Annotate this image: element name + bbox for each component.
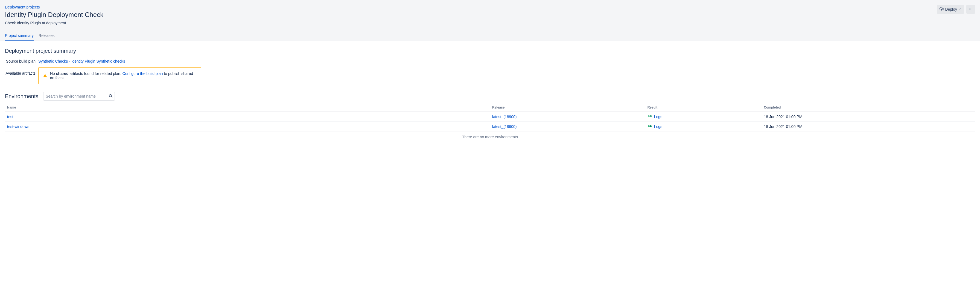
release-link[interactable]: latest_(18900) <box>492 124 517 129</box>
source-plan-project-link[interactable]: Synthetic Checks <box>38 59 68 64</box>
ellipsis-icon <box>969 7 973 12</box>
environment-name-link[interactable]: test <box>7 115 13 119</box>
tabs: Project summary Releases <box>5 31 975 41</box>
page-description: Check Identity Plugin at deployment <box>5 21 975 25</box>
breadcrumb-separator: › <box>68 59 71 64</box>
warning-text-mid: artifacts found for related plan. <box>68 72 123 76</box>
environments-heading: Environments <box>5 93 38 100</box>
warning-icon <box>43 73 47 78</box>
summary-heading: Deployment project summary <box>5 48 975 54</box>
completed-time: 18 Jun 2021 01:00 PM <box>762 112 975 122</box>
deploy-button[interactable]: Deploy <box>937 5 964 14</box>
deploy-cloud-icon <box>940 7 944 12</box>
warning-text-bold: shared <box>56 72 68 76</box>
col-header-name: Name <box>5 103 490 112</box>
configure-build-plan-link[interactable]: Configure the build plan <box>123 72 163 76</box>
release-link[interactable]: latest_(18900) <box>492 115 517 119</box>
source-plan-link[interactable]: Identity Plugin Synthetic checks <box>72 59 125 64</box>
search-icon <box>108 94 113 99</box>
tab-project-summary[interactable]: Project summary <box>5 31 33 41</box>
svg-point-1 <box>970 8 971 9</box>
col-header-result: Result <box>645 103 762 112</box>
svg-point-0 <box>969 8 970 9</box>
more-actions-button[interactable] <box>966 5 975 14</box>
deploy-button-label: Deploy <box>945 7 957 11</box>
tab-releases[interactable]: Releases <box>38 31 54 41</box>
logs-link[interactable]: Logs <box>654 124 662 129</box>
completed-time: 18 Jun 2021 01:00 PM <box>762 122 975 132</box>
col-header-release: Release <box>490 103 645 112</box>
warning-text: No shared artifacts found for related pl… <box>50 72 197 80</box>
svg-rect-4 <box>45 76 45 77</box>
svg-line-6 <box>111 97 112 97</box>
artifacts-warning: No shared artifacts found for related pl… <box>38 67 201 84</box>
chevron-down-icon <box>958 7 961 11</box>
environment-search-input[interactable] <box>43 92 115 100</box>
warning-text-prefix: No <box>50 72 56 76</box>
svg-point-2 <box>972 8 972 9</box>
no-more-environments: There are no more environments <box>5 132 975 142</box>
available-artifacts-label: Available artifacts <box>5 67 38 75</box>
source-build-plan-label: Source build plan <box>5 59 38 64</box>
table-row: test latest_(18900) Logs 18 Jun 2021 01:… <box>5 112 975 122</box>
svg-rect-3 <box>45 75 45 76</box>
result-success-icon <box>648 124 652 129</box>
logs-link[interactable]: Logs <box>654 115 662 119</box>
breadcrumb-deployment-projects[interactable]: Deployment projects <box>5 5 40 9</box>
table-row: test-windows latest_(18900) Logs 18 Jun … <box>5 122 975 132</box>
page-title: Identity Plugin Deployment Check <box>5 11 975 19</box>
col-header-completed: Completed <box>762 103 975 112</box>
result-success-icon <box>648 114 652 119</box>
environment-name-link[interactable]: test-windows <box>7 124 29 129</box>
environments-table: Name Release Result Completed test lates… <box>5 103 975 132</box>
